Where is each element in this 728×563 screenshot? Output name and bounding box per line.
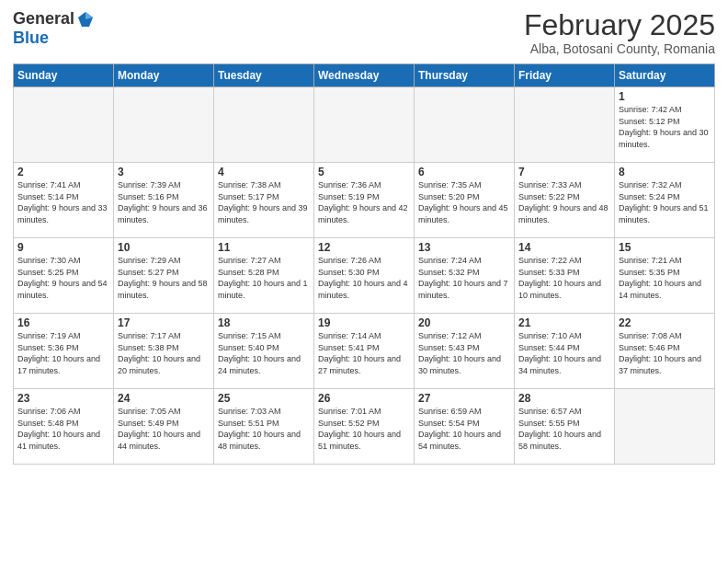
day-number: 14	[518, 241, 610, 254]
day-info: Sunrise: 7:17 AM Sunset: 5:38 PM Dayligh…	[118, 330, 210, 376]
day-number: 6	[418, 166, 510, 178]
table-row: 12Sunrise: 7:26 AM Sunset: 5:30 PM Dayli…	[314, 238, 415, 314]
table-row: 21Sunrise: 7:10 AM Sunset: 5:44 PM Dayli…	[515, 314, 615, 389]
day-number: 26	[318, 392, 410, 405]
calendar-week-row: 23Sunrise: 7:06 AM Sunset: 5:48 PM Dayli…	[14, 389, 715, 465]
col-saturday: Saturday	[615, 64, 715, 87]
table-row: 26Sunrise: 7:01 AM Sunset: 5:52 PM Dayli…	[314, 389, 415, 465]
col-monday: Monday	[114, 64, 214, 87]
day-info: Sunrise: 7:19 AM Sunset: 5:36 PM Dayligh…	[17, 330, 109, 376]
header: General Blue February 2025 Alba, Botosan…	[13, 9, 715, 56]
day-number: 17	[118, 316, 210, 329]
logo-blue-text: Blue	[13, 29, 49, 48]
table-row: 24Sunrise: 7:05 AM Sunset: 5:49 PM Dayli…	[114, 389, 214, 465]
table-row: 9Sunrise: 7:30 AM Sunset: 5:25 PM Daylig…	[14, 238, 114, 314]
table-row: 15Sunrise: 7:21 AM Sunset: 5:35 PM Dayli…	[615, 238, 715, 314]
day-info: Sunrise: 7:26 AM Sunset: 5:30 PM Dayligh…	[318, 255, 410, 301]
day-info: Sunrise: 7:03 AM Sunset: 5:51 PM Dayligh…	[218, 406, 310, 452]
table-row	[515, 87, 615, 163]
table-row	[615, 389, 715, 465]
table-row	[415, 87, 515, 163]
table-row: 20Sunrise: 7:12 AM Sunset: 5:43 PM Dayli…	[415, 314, 515, 389]
table-row: 10Sunrise: 7:29 AM Sunset: 5:27 PM Dayli…	[114, 238, 214, 314]
col-sunday: Sunday	[14, 64, 114, 87]
table-row: 16Sunrise: 7:19 AM Sunset: 5:36 PM Dayli…	[14, 314, 114, 389]
day-number: 16	[17, 316, 109, 329]
day-info: Sunrise: 6:57 AM Sunset: 5:55 PM Dayligh…	[518, 406, 610, 452]
table-row	[214, 87, 314, 163]
day-info: Sunrise: 7:06 AM Sunset: 5:48 PM Dayligh…	[17, 406, 109, 452]
table-row: 25Sunrise: 7:03 AM Sunset: 5:51 PM Dayli…	[214, 389, 314, 465]
location-title: Alba, Botosani County, Romania	[524, 41, 715, 56]
day-number: 21	[518, 316, 610, 329]
day-number: 27	[418, 392, 510, 405]
day-info: Sunrise: 7:36 AM Sunset: 5:19 PM Dayligh…	[318, 179, 410, 225]
table-row: 23Sunrise: 7:06 AM Sunset: 5:48 PM Dayli…	[14, 389, 114, 465]
day-info: Sunrise: 7:05 AM Sunset: 5:49 PM Dayligh…	[118, 406, 210, 452]
table-row: 2Sunrise: 7:41 AM Sunset: 5:14 PM Daylig…	[14, 163, 114, 238]
table-row	[314, 87, 415, 163]
day-info: Sunrise: 7:22 AM Sunset: 5:33 PM Dayligh…	[518, 255, 610, 301]
day-number: 15	[619, 241, 711, 254]
logo: General Blue	[13, 9, 95, 48]
table-row: 14Sunrise: 7:22 AM Sunset: 5:33 PM Dayli…	[515, 238, 615, 314]
day-info: Sunrise: 7:33 AM Sunset: 5:22 PM Dayligh…	[518, 179, 610, 225]
day-number: 25	[218, 392, 310, 405]
day-number: 4	[218, 166, 310, 178]
day-number: 10	[118, 241, 210, 254]
table-row: 27Sunrise: 6:59 AM Sunset: 5:54 PM Dayli…	[415, 389, 515, 465]
calendar-week-row: 16Sunrise: 7:19 AM Sunset: 5:36 PM Dayli…	[14, 314, 715, 389]
col-wednesday: Wednesday	[314, 64, 415, 87]
day-number: 11	[218, 241, 310, 254]
day-info: Sunrise: 6:59 AM Sunset: 5:54 PM Dayligh…	[418, 406, 510, 452]
col-friday: Friday	[515, 64, 615, 87]
day-info: Sunrise: 7:21 AM Sunset: 5:35 PM Dayligh…	[619, 255, 711, 301]
table-row: 4Sunrise: 7:38 AM Sunset: 5:17 PM Daylig…	[214, 163, 314, 238]
logo-icon	[76, 10, 95, 29]
table-row	[114, 87, 214, 163]
day-info: Sunrise: 7:14 AM Sunset: 5:41 PM Dayligh…	[318, 330, 410, 376]
col-thursday: Thursday	[415, 64, 515, 87]
day-number: 23	[17, 392, 109, 405]
day-info: Sunrise: 7:08 AM Sunset: 5:46 PM Dayligh…	[619, 330, 711, 376]
page: General Blue February 2025 Alba, Botosan…	[0, 0, 728, 563]
day-info: Sunrise: 7:32 AM Sunset: 5:24 PM Dayligh…	[619, 179, 711, 225]
day-info: Sunrise: 7:10 AM Sunset: 5:44 PM Dayligh…	[518, 330, 610, 376]
day-info: Sunrise: 7:38 AM Sunset: 5:17 PM Dayligh…	[218, 179, 310, 225]
day-info: Sunrise: 7:30 AM Sunset: 5:25 PM Dayligh…	[17, 255, 109, 301]
table-row: 13Sunrise: 7:24 AM Sunset: 5:32 PM Dayli…	[415, 238, 515, 314]
table-row: 1Sunrise: 7:42 AM Sunset: 5:12 PM Daylig…	[615, 87, 715, 163]
calendar-table: Sunday Monday Tuesday Wednesday Thursday…	[13, 63, 715, 465]
day-number: 13	[418, 241, 510, 254]
table-row	[14, 87, 114, 163]
day-number: 18	[218, 316, 310, 329]
calendar-week-row: 2Sunrise: 7:41 AM Sunset: 5:14 PM Daylig…	[14, 163, 715, 238]
logo-general-text: General	[13, 9, 74, 29]
table-row: 18Sunrise: 7:15 AM Sunset: 5:40 PM Dayli…	[214, 314, 314, 389]
table-row: 8Sunrise: 7:32 AM Sunset: 5:24 PM Daylig…	[615, 163, 715, 238]
day-number: 24	[118, 392, 210, 405]
day-number: 5	[318, 166, 410, 178]
day-info: Sunrise: 7:27 AM Sunset: 5:28 PM Dayligh…	[218, 255, 310, 301]
col-tuesday: Tuesday	[214, 64, 314, 87]
calendar-week-row: 9Sunrise: 7:30 AM Sunset: 5:25 PM Daylig…	[14, 238, 715, 314]
day-number: 8	[619, 166, 711, 178]
table-row: 19Sunrise: 7:14 AM Sunset: 5:41 PM Dayli…	[314, 314, 415, 389]
table-row: 11Sunrise: 7:27 AM Sunset: 5:28 PM Dayli…	[214, 238, 314, 314]
day-info: Sunrise: 7:29 AM Sunset: 5:27 PM Dayligh…	[118, 255, 210, 301]
day-number: 12	[318, 241, 410, 254]
day-number: 19	[318, 316, 410, 329]
day-number: 7	[518, 166, 610, 178]
table-row: 3Sunrise: 7:39 AM Sunset: 5:16 PM Daylig…	[114, 163, 214, 238]
day-info: Sunrise: 7:39 AM Sunset: 5:16 PM Dayligh…	[118, 179, 210, 225]
table-row: 28Sunrise: 6:57 AM Sunset: 5:55 PM Dayli…	[515, 389, 615, 465]
day-info: Sunrise: 7:12 AM Sunset: 5:43 PM Dayligh…	[418, 330, 510, 376]
table-row: 5Sunrise: 7:36 AM Sunset: 5:19 PM Daylig…	[314, 163, 415, 238]
title-section: February 2025 Alba, Botosani County, Rom…	[524, 9, 715, 56]
table-row: 22Sunrise: 7:08 AM Sunset: 5:46 PM Dayli…	[615, 314, 715, 389]
month-title: February 2025	[524, 9, 715, 41]
day-number: 3	[118, 166, 210, 178]
calendar-week-row: 1Sunrise: 7:42 AM Sunset: 5:12 PM Daylig…	[14, 87, 715, 163]
day-number: 28	[518, 392, 610, 405]
table-row: 7Sunrise: 7:33 AM Sunset: 5:22 PM Daylig…	[515, 163, 615, 238]
